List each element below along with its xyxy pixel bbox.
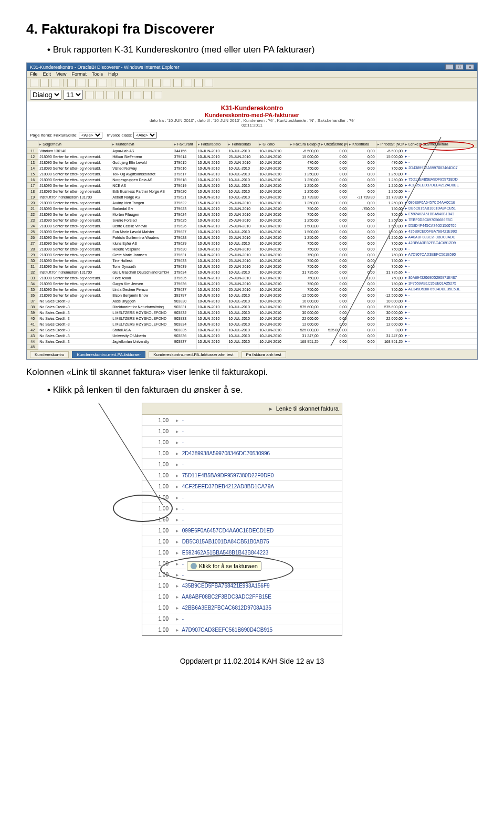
list-item[interactable]: 1,00▸ - — [142, 437, 342, 448]
cell[interactable]: ▸ - — [404, 310, 477, 316]
list-item[interactable]: 1,00▸ 4CF25EED37DEB4212AD8BD1CA79A — [142, 481, 342, 492]
table-row[interactable]: 29218090 Senter for etter- og videreutd.… — [27, 252, 477, 258]
cell[interactable]: ▸ - — [404, 339, 477, 344]
table-row[interactable]: 18218090 Senter for etter- og videreutd.… — [27, 189, 477, 194]
cell[interactable]: ▸ AA8ABF08BC2F3BDC3ADC — [404, 235, 477, 240]
toolbar-button[interactable] — [99, 79, 107, 87]
scanned-invoice-link[interactable]: ▸ E592462A51BBA548B1B43B844223 — [173, 550, 342, 556]
list-item[interactable]: 1,00▸ AA8ABF08BC2F3BDC3ADC2FFB15E — [142, 591, 342, 602]
table-row[interactable]: 30218090 Senter for etter- og videreutd.… — [27, 258, 477, 264]
table-row[interactable]: 11Vitarium 130140Agua-Lab AS34415610-JUN… — [27, 148, 477, 154]
list-item[interactable]: 1,00▸ - — [142, 426, 342, 437]
list-item[interactable]: 1,00▸ E592462A51BBA548B1B43B844223 — [142, 547, 342, 558]
table-row[interactable]: 27218090 Senter for etter- og videreutd.… — [27, 240, 477, 246]
cell[interactable]: ▸ - — [404, 298, 477, 304]
toolbar-button[interactable] — [205, 79, 213, 87]
list-item[interactable]: 1,00▸ DB5C815AB1001DA84CB51B0AB75 — [142, 536, 342, 547]
minimize-icon[interactable]: _ — [445, 64, 454, 70]
toolbar-button[interactable] — [154, 91, 162, 99]
list-item[interactable]: 1,00▸ - — [142, 415, 342, 426]
table-row[interactable]: 24218090 Senter for etter- og videreutd.… — [27, 223, 477, 229]
toolbar-1[interactable] — [27, 78, 477, 89]
menu-edit[interactable]: Edit — [43, 71, 51, 77]
column-header[interactable]: ▸Kreditnota — [348, 141, 376, 148]
column-header[interactable]: ▸Innbetalt (NOK) — [376, 141, 404, 148]
toolbar-button[interactable] — [51, 79, 59, 87]
cell[interactable]: ▸ - — [404, 321, 477, 327]
scanned-invoice-link[interactable]: ▸ - — [173, 439, 342, 445]
cell[interactable]: ▸ - — [404, 194, 477, 200]
table-row[interactable]: 12218090 Senter for etter- og videreutd.… — [27, 154, 477, 160]
table-row[interactable]: 35218090 Senter for etter- og videreutd.… — [27, 287, 477, 292]
cell[interactable]: ▸ - — [404, 269, 477, 275]
scanned-invoice-link[interactable]: ▸ DB5C815AB1001DA84CB51B0AB75 — [173, 539, 342, 545]
scanned-invoice-link[interactable]: ▸ - — [173, 572, 342, 578]
cell[interactable]: ▸ - — [404, 246, 477, 252]
toolbar-button[interactable] — [184, 79, 192, 87]
scanned-invoice-link[interactable]: ▸ AA8ABF08BC2F3BDC3ADC2FFB15E — [173, 594, 342, 600]
scanned-invoice-link[interactable]: ▸ 42BB6A3EB2FBCAC6812D9708A135 — [173, 605, 342, 611]
scanned-invoice-link[interactable]: ▸ 75D11E4B5BA9DF9597380D22F0DE0 — [173, 473, 342, 478]
window-controls[interactable]: _ □ × — [445, 64, 474, 70]
tab-pa-faktura-test[interactable]: Pa faktura anh test — [242, 351, 286, 358]
column-header[interactable]: ▸Fakturadato — [196, 141, 227, 148]
list-item[interactable]: 1,00▸ 2D4389938A599708346DC70530996 — [142, 448, 342, 459]
menu-file[interactable]: File — [30, 71, 38, 77]
table-row[interactable]: 31218090 Senter for etter- og videreutd.… — [27, 264, 477, 269]
menu-help[interactable]: Help — [108, 71, 118, 77]
toolbar-button[interactable] — [173, 79, 182, 87]
table-row[interactable]: 22218090 Senter for etter- og videreutd.… — [27, 212, 477, 217]
table-row[interactable]: 17218090 Senter for etter- og videreutd.… — [27, 183, 477, 189]
table-row[interactable]: 41No Sales Credit -3L MELTZERS HØYSKOLEF… — [27, 321, 477, 327]
cell[interactable]: ▸ AE349D530F65C4DBEB5E5BE — [404, 287, 477, 292]
scanned-invoice-link[interactable]: ▸ 2D4389938A599708346DC70530996 — [173, 451, 342, 456]
cell[interactable]: ▸ - — [404, 189, 477, 194]
cell[interactable]: ▸ 3F7559AB1C35EE01A25275 — [404, 281, 477, 287]
cell[interactable]: ▸ 095E6F0A6457CD4AA0C16 — [404, 200, 477, 206]
table-row[interactable]: 26218090 Senter for etter- og videreutd.… — [27, 235, 477, 240]
column-header[interactable]: ▸Gl dato — [258, 141, 289, 148]
cell[interactable]: ▸ - — [404, 327, 477, 333]
column-header[interactable]: ▸Utestående (NOK) — [320, 141, 348, 148]
toolbar-button[interactable] — [133, 91, 141, 99]
scanned-invoice-link[interactable]: ▸ - — [173, 506, 342, 511]
table-row[interactable]: 33218090 Senter for etter- og videreutd.… — [27, 275, 477, 281]
cell[interactable]: ▸ - — [404, 148, 477, 154]
list-item[interactable]: 1,00▸ - — [142, 613, 342, 624]
cell[interactable]: ▸ - — [404, 333, 477, 339]
cell[interactable]: ▸ - — [404, 160, 477, 165]
scanned-invoice-link[interactable]: ▸ - — [173, 428, 342, 434]
table-row[interactable]: 20218090 Senter for etter- og videreutd.… — [27, 200, 477, 206]
table-row[interactable]: 32Institutt for indremedisin 131700GE Ul… — [27, 269, 477, 275]
scanned-invoice-link[interactable]: ▸ A7D907CAD3EEFC561B690D4CB915 — [173, 627, 342, 633]
cell[interactable]: ▸ 435B9CED5FBA768421E993 — [404, 229, 477, 235]
dialog-select[interactable]: Dialog — [30, 90, 61, 100]
list-item[interactable]: 1,60▸ - — [142, 514, 342, 525]
close-icon[interactable]: × — [466, 64, 474, 70]
toolbar-button[interactable] — [88, 79, 97, 87]
toolbar-button[interactable] — [67, 79, 76, 87]
data-grid[interactable]: ▸Selgernavn▸Kundenavn▸Fakturanr▸Fakturad… — [27, 141, 477, 350]
scanned-invoice-link[interactable]: ▸ - — [173, 462, 342, 467]
list-item[interactable]: 1,00▸ 099E6F0A6457CD4AA0C16DECD1ED — [142, 525, 342, 536]
underline-button[interactable] — [106, 91, 114, 99]
pi1-select[interactable]: <Alle> — [79, 132, 102, 139]
cell[interactable]: ▸ 4CF25EED37DEB4212AD8BE — [404, 183, 477, 189]
size-select[interactable]: 11 — [64, 90, 83, 100]
toolbar-button[interactable] — [125, 79, 134, 87]
list-item[interactable]: 1,00▸ 435B9CED5FBA768421E993A156F9 — [142, 580, 342, 591]
scanned-invoice-link[interactable]: ▸ 4CF25EED37DEB4212AD8BD1CA79A — [173, 484, 342, 489]
table-row[interactable]: 45 — [27, 344, 477, 350]
toolbar-button[interactable] — [122, 91, 131, 99]
toolbar-button[interactable] — [78, 79, 86, 87]
menu-view[interactable]: View — [56, 71, 66, 77]
cell[interactable]: ▸ 42BB6A3EB2FBC4C6912D9 — [404, 240, 477, 246]
table-row[interactable]: 15218090 Senter for etter- og videreutd.… — [27, 171, 477, 177]
column-header[interactable]: ▸Forfallsdato — [227, 141, 258, 148]
cell[interactable]: ▸ E592462A51BBA548B1B43 — [404, 212, 477, 217]
pi2-select[interactable]: <Alle> — [133, 132, 157, 139]
sort-icon[interactable]: ▸ — [269, 405, 272, 412]
cell[interactable]: ▸ - — [404, 304, 477, 310]
toolbar-button[interactable] — [30, 79, 38, 87]
table-row[interactable]: 21218090 Senter for etter- og videreutd.… — [27, 206, 477, 212]
